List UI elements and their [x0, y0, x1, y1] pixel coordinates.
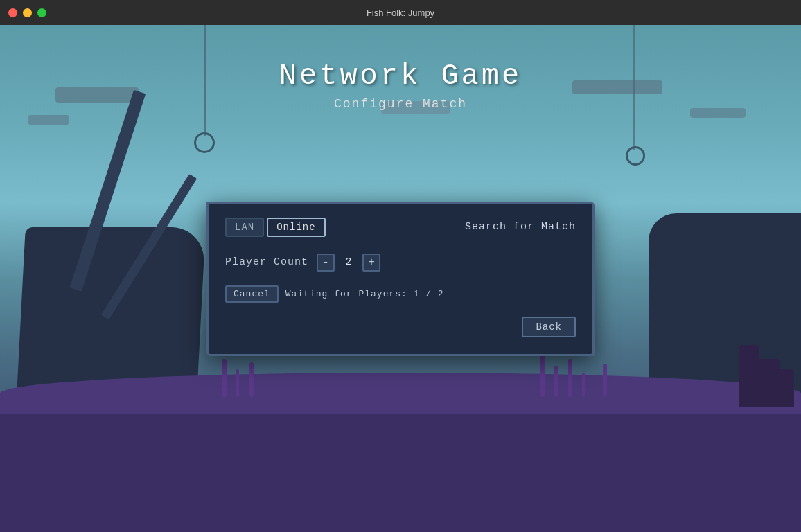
window-title: Fish Folk: Jumpy [367, 8, 434, 18]
status-row: Cancel Waiting for Players: 1 / 2 [225, 285, 576, 303]
search-match-button[interactable]: Search for Match [465, 221, 576, 233]
back-button[interactable]: Back [522, 317, 576, 337]
player-count-row: Player Count - 2 + [225, 254, 576, 272]
player-count-plus[interactable]: + [362, 254, 380, 272]
player-count-minus[interactable]: - [317, 254, 335, 272]
game-area: Network Game Configure Match LAN Online … [0, 25, 801, 532]
minimize-button[interactable] [23, 8, 32, 17]
tab-lan[interactable]: LAN [225, 218, 264, 237]
back-row: Back [225, 317, 576, 337]
player-count-value: 2 [343, 256, 354, 268]
window-controls[interactable] [8, 8, 46, 17]
maximize-button[interactable] [37, 8, 46, 17]
waiting-status-text: Waiting for Players: 1 / 2 [285, 289, 444, 299]
close-button[interactable] [8, 8, 17, 17]
modal-overlay: LAN Online Search for Match Player Count… [0, 25, 801, 532]
player-count-label: Player Count [225, 256, 308, 268]
title-bar: Fish Folk: Jumpy [0, 0, 801, 25]
tab-group: LAN Online [225, 218, 326, 237]
cancel-button[interactable]: Cancel [225, 285, 279, 303]
tab-online[interactable]: Online [267, 218, 325, 237]
modal-top-row: LAN Online Search for Match [225, 218, 576, 237]
network-config-modal: LAN Online Search for Match Player Count… [206, 202, 595, 356]
